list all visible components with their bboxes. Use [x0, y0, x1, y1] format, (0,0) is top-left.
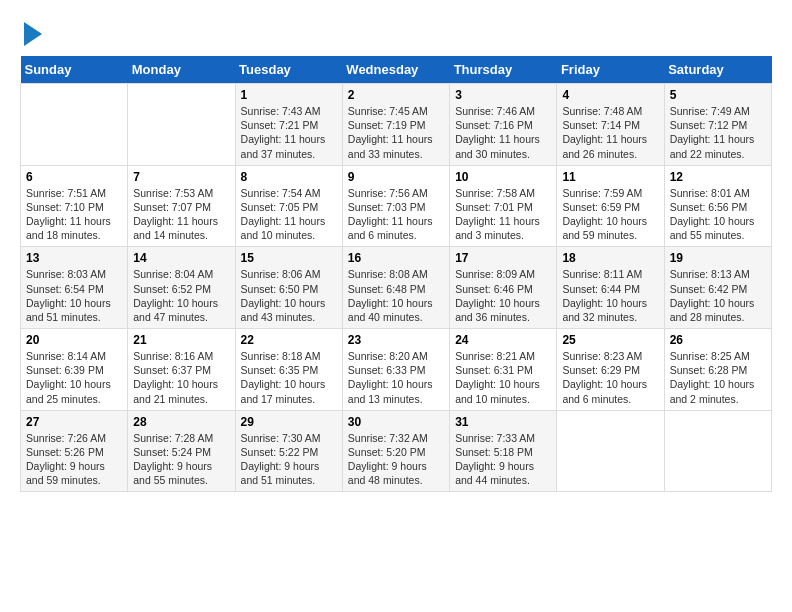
- calendar-cell: 10Sunrise: 7:58 AM Sunset: 7:01 PM Dayli…: [450, 165, 557, 247]
- day-info: Sunrise: 8:13 AM Sunset: 6:42 PM Dayligh…: [670, 267, 766, 324]
- calendar-cell: 2Sunrise: 7:45 AM Sunset: 7:19 PM Daylig…: [342, 84, 449, 166]
- day-number: 19: [670, 251, 766, 265]
- day-number: 16: [348, 251, 444, 265]
- calendar-cell: [557, 410, 664, 492]
- week-row-2: 6Sunrise: 7:51 AM Sunset: 7:10 PM Daylig…: [21, 165, 772, 247]
- day-info: Sunrise: 8:09 AM Sunset: 6:46 PM Dayligh…: [455, 267, 551, 324]
- day-number: 28: [133, 415, 229, 429]
- day-number: 14: [133, 251, 229, 265]
- column-header-monday: Monday: [128, 56, 235, 84]
- calendar-cell: 14Sunrise: 8:04 AM Sunset: 6:52 PM Dayli…: [128, 247, 235, 329]
- day-number: 24: [455, 333, 551, 347]
- calendar-cell: 9Sunrise: 7:56 AM Sunset: 7:03 PM Daylig…: [342, 165, 449, 247]
- calendar-cell: [21, 84, 128, 166]
- day-number: 17: [455, 251, 551, 265]
- day-info: Sunrise: 7:33 AM Sunset: 5:18 PM Dayligh…: [455, 431, 551, 488]
- day-number: 18: [562, 251, 658, 265]
- column-header-wednesday: Wednesday: [342, 56, 449, 84]
- day-info: Sunrise: 7:49 AM Sunset: 7:12 PM Dayligh…: [670, 104, 766, 161]
- calendar-cell: 6Sunrise: 7:51 AM Sunset: 7:10 PM Daylig…: [21, 165, 128, 247]
- day-info: Sunrise: 7:53 AM Sunset: 7:07 PM Dayligh…: [133, 186, 229, 243]
- day-number: 12: [670, 170, 766, 184]
- calendar-cell: 7Sunrise: 7:53 AM Sunset: 7:07 PM Daylig…: [128, 165, 235, 247]
- calendar-cell: 31Sunrise: 7:33 AM Sunset: 5:18 PM Dayli…: [450, 410, 557, 492]
- day-number: 22: [241, 333, 337, 347]
- day-number: 3: [455, 88, 551, 102]
- day-number: 2: [348, 88, 444, 102]
- calendar-cell: 13Sunrise: 8:03 AM Sunset: 6:54 PM Dayli…: [21, 247, 128, 329]
- calendar-cell: 4Sunrise: 7:48 AM Sunset: 7:14 PM Daylig…: [557, 84, 664, 166]
- day-info: Sunrise: 7:56 AM Sunset: 7:03 PM Dayligh…: [348, 186, 444, 243]
- day-number: 25: [562, 333, 658, 347]
- calendar-cell: 22Sunrise: 8:18 AM Sunset: 6:35 PM Dayli…: [235, 329, 342, 411]
- day-info: Sunrise: 7:45 AM Sunset: 7:19 PM Dayligh…: [348, 104, 444, 161]
- week-row-5: 27Sunrise: 7:26 AM Sunset: 5:26 PM Dayli…: [21, 410, 772, 492]
- day-info: Sunrise: 8:14 AM Sunset: 6:39 PM Dayligh…: [26, 349, 122, 406]
- calendar-cell: 12Sunrise: 8:01 AM Sunset: 6:56 PM Dayli…: [664, 165, 771, 247]
- day-info: Sunrise: 7:28 AM Sunset: 5:24 PM Dayligh…: [133, 431, 229, 488]
- day-number: 11: [562, 170, 658, 184]
- day-info: Sunrise: 7:51 AM Sunset: 7:10 PM Dayligh…: [26, 186, 122, 243]
- week-row-4: 20Sunrise: 8:14 AM Sunset: 6:39 PM Dayli…: [21, 329, 772, 411]
- day-number: 4: [562, 88, 658, 102]
- day-info: Sunrise: 8:08 AM Sunset: 6:48 PM Dayligh…: [348, 267, 444, 324]
- calendar-cell: 25Sunrise: 8:23 AM Sunset: 6:29 PM Dayli…: [557, 329, 664, 411]
- week-row-1: 1Sunrise: 7:43 AM Sunset: 7:21 PM Daylig…: [21, 84, 772, 166]
- calendar-cell: 27Sunrise: 7:26 AM Sunset: 5:26 PM Dayli…: [21, 410, 128, 492]
- day-info: Sunrise: 7:59 AM Sunset: 6:59 PM Dayligh…: [562, 186, 658, 243]
- day-info: Sunrise: 7:26 AM Sunset: 5:26 PM Dayligh…: [26, 431, 122, 488]
- day-number: 26: [670, 333, 766, 347]
- day-info: Sunrise: 7:43 AM Sunset: 7:21 PM Dayligh…: [241, 104, 337, 161]
- day-number: 6: [26, 170, 122, 184]
- day-info: Sunrise: 7:48 AM Sunset: 7:14 PM Dayligh…: [562, 104, 658, 161]
- calendar-cell: 18Sunrise: 8:11 AM Sunset: 6:44 PM Dayli…: [557, 247, 664, 329]
- logo-arrow-icon: [24, 22, 42, 46]
- calendar-cell: [128, 84, 235, 166]
- day-number: 13: [26, 251, 122, 265]
- day-number: 10: [455, 170, 551, 184]
- day-number: 15: [241, 251, 337, 265]
- calendar-table: SundayMondayTuesdayWednesdayThursdayFrid…: [20, 56, 772, 492]
- calendar-cell: 1Sunrise: 7:43 AM Sunset: 7:21 PM Daylig…: [235, 84, 342, 166]
- day-number: 1: [241, 88, 337, 102]
- calendar-cell: 5Sunrise: 7:49 AM Sunset: 7:12 PM Daylig…: [664, 84, 771, 166]
- calendar-cell: 30Sunrise: 7:32 AM Sunset: 5:20 PM Dayli…: [342, 410, 449, 492]
- logo: [20, 20, 42, 46]
- day-number: 5: [670, 88, 766, 102]
- day-info: Sunrise: 8:20 AM Sunset: 6:33 PM Dayligh…: [348, 349, 444, 406]
- day-info: Sunrise: 8:11 AM Sunset: 6:44 PM Dayligh…: [562, 267, 658, 324]
- day-info: Sunrise: 8:06 AM Sunset: 6:50 PM Dayligh…: [241, 267, 337, 324]
- calendar-cell: 19Sunrise: 8:13 AM Sunset: 6:42 PM Dayli…: [664, 247, 771, 329]
- calendar-cell: 28Sunrise: 7:28 AM Sunset: 5:24 PM Dayli…: [128, 410, 235, 492]
- day-info: Sunrise: 8:03 AM Sunset: 6:54 PM Dayligh…: [26, 267, 122, 324]
- calendar-cell: 21Sunrise: 8:16 AM Sunset: 6:37 PM Dayli…: [128, 329, 235, 411]
- week-row-3: 13Sunrise: 8:03 AM Sunset: 6:54 PM Dayli…: [21, 247, 772, 329]
- day-number: 7: [133, 170, 229, 184]
- calendar-cell: 23Sunrise: 8:20 AM Sunset: 6:33 PM Dayli…: [342, 329, 449, 411]
- day-number: 30: [348, 415, 444, 429]
- calendar-header-row: SundayMondayTuesdayWednesdayThursdayFrid…: [21, 56, 772, 84]
- day-info: Sunrise: 7:58 AM Sunset: 7:01 PM Dayligh…: [455, 186, 551, 243]
- day-number: 21: [133, 333, 229, 347]
- day-info: Sunrise: 8:04 AM Sunset: 6:52 PM Dayligh…: [133, 267, 229, 324]
- day-info: Sunrise: 8:23 AM Sunset: 6:29 PM Dayligh…: [562, 349, 658, 406]
- calendar-cell: 16Sunrise: 8:08 AM Sunset: 6:48 PM Dayli…: [342, 247, 449, 329]
- calendar-cell: 26Sunrise: 8:25 AM Sunset: 6:28 PM Dayli…: [664, 329, 771, 411]
- column-header-tuesday: Tuesday: [235, 56, 342, 84]
- day-info: Sunrise: 8:18 AM Sunset: 6:35 PM Dayligh…: [241, 349, 337, 406]
- calendar-cell: 8Sunrise: 7:54 AM Sunset: 7:05 PM Daylig…: [235, 165, 342, 247]
- calendar-cell: 3Sunrise: 7:46 AM Sunset: 7:16 PM Daylig…: [450, 84, 557, 166]
- calendar-cell: 20Sunrise: 8:14 AM Sunset: 6:39 PM Dayli…: [21, 329, 128, 411]
- column-header-thursday: Thursday: [450, 56, 557, 84]
- calendar-cell: 11Sunrise: 7:59 AM Sunset: 6:59 PM Dayli…: [557, 165, 664, 247]
- day-info: Sunrise: 7:30 AM Sunset: 5:22 PM Dayligh…: [241, 431, 337, 488]
- day-info: Sunrise: 8:21 AM Sunset: 6:31 PM Dayligh…: [455, 349, 551, 406]
- day-number: 20: [26, 333, 122, 347]
- day-number: 23: [348, 333, 444, 347]
- day-info: Sunrise: 7:32 AM Sunset: 5:20 PM Dayligh…: [348, 431, 444, 488]
- day-info: Sunrise: 8:16 AM Sunset: 6:37 PM Dayligh…: [133, 349, 229, 406]
- calendar-cell: [664, 410, 771, 492]
- day-info: Sunrise: 7:46 AM Sunset: 7:16 PM Dayligh…: [455, 104, 551, 161]
- day-info: Sunrise: 7:54 AM Sunset: 7:05 PM Dayligh…: [241, 186, 337, 243]
- day-number: 27: [26, 415, 122, 429]
